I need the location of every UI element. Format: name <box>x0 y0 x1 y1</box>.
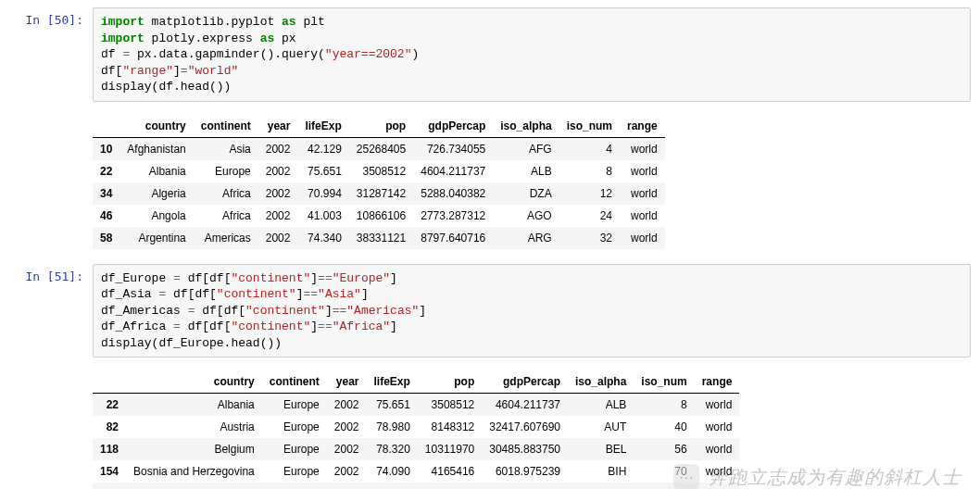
table-row: 46AngolaAfrica200241.003108661062773.287… <box>93 205 665 227</box>
row-index: 154 <box>93 460 126 483</box>
cell: 4604.211737 <box>413 160 493 182</box>
column-header: range <box>695 370 740 394</box>
column-header: iso_num <box>634 370 694 394</box>
code-input[interactable]: import matplotlib.pyplot as plt import p… <box>93 7 971 102</box>
cell: 31287142 <box>349 182 413 205</box>
cell: 2002 <box>258 182 298 205</box>
cell: 8148312 <box>418 416 482 438</box>
cell: 6018.975239 <box>482 460 568 483</box>
cell: 25268405 <box>349 137 413 160</box>
cell: 7696.777725 <box>482 483 568 489</box>
column-header: continent <box>194 115 258 138</box>
cell: 74.340 <box>297 227 348 249</box>
cell: 3508512 <box>349 160 413 182</box>
cell: Albania <box>126 394 262 417</box>
table-row: 118BelgiumEurope200278.3201031197030485.… <box>93 438 739 460</box>
column-header: pop <box>418 370 482 394</box>
column-header: iso_alpha <box>568 370 634 394</box>
column-header <box>93 370 126 394</box>
cell: 2002 <box>258 227 298 249</box>
cell: 2002 <box>327 416 367 438</box>
cell: 72.140 <box>367 483 418 489</box>
cell: world <box>620 227 665 249</box>
cell: 2002 <box>258 160 298 182</box>
cell: 56 <box>634 438 694 460</box>
cell: 2002 <box>327 460 367 483</box>
cell: 42.129 <box>297 137 348 160</box>
row-index: 34 <box>93 182 119 205</box>
row-index: 190 <box>93 483 126 489</box>
cell: Europe <box>262 460 327 483</box>
cell: Europe <box>262 416 327 438</box>
cell: 40 <box>634 416 694 438</box>
column-header: iso_num <box>559 115 620 138</box>
cell: BEL <box>568 438 634 460</box>
column-header: lifeExp <box>367 370 418 394</box>
cell: 4 <box>559 137 620 160</box>
cell: 10866106 <box>349 205 413 227</box>
cell: world <box>620 182 665 205</box>
table-row: 22AlbaniaEurope200275.65135085124604.211… <box>93 160 665 182</box>
cell: Africa <box>194 182 258 205</box>
row-index: 118 <box>93 438 126 460</box>
cell: AGO <box>493 205 559 227</box>
output-body: countrycontinentyearlifeExppopgdpPercapi… <box>93 106 980 260</box>
row-index: 22 <box>93 394 126 417</box>
cell: 24 <box>559 205 620 227</box>
column-header: country <box>119 115 193 138</box>
table-row: 82AustriaEurope200278.980814831232417.60… <box>93 416 739 438</box>
cell: 32417.607690 <box>482 416 568 438</box>
input-prompt: In [50]: <box>0 7 93 102</box>
table-row: 22AlbaniaEurope200275.65135085124604.211… <box>93 394 739 417</box>
cell: 726.734055 <box>413 137 493 160</box>
table-row: 190BulgariaEurope200272.14076617997696.7… <box>93 483 739 489</box>
cell: Asia <box>194 137 258 160</box>
cell: Bosnia and Herzegovina <box>126 460 262 483</box>
cell: ALB <box>568 394 634 417</box>
cell: 30485.883750 <box>482 438 568 460</box>
cell: BIH <box>568 460 634 483</box>
column-header: gdpPercap <box>482 370 568 394</box>
cell: 75.651 <box>367 394 418 417</box>
cell: Afghanistan <box>119 137 193 160</box>
cell: 38331121 <box>349 227 413 249</box>
cell: 2002 <box>258 205 298 227</box>
code-cell: In [51]: df_Europe = df[df["continent"]=… <box>0 264 980 358</box>
cell: Belgium <box>126 438 262 460</box>
cell: world <box>620 160 665 182</box>
cell: 70.994 <box>297 182 348 205</box>
cell: Europe <box>262 483 327 489</box>
cell: Europe <box>194 160 258 182</box>
column-header: iso_alpha <box>493 115 559 138</box>
input-prompt: In [51]: <box>0 264 93 358</box>
cell: BGR <box>568 483 634 489</box>
notebook-container: In [50]: import matplotlib.pyplot as plt… <box>0 7 980 489</box>
column-header: year <box>327 370 367 394</box>
cell: 2002 <box>258 137 298 160</box>
cell: Austria <box>126 416 262 438</box>
cell: DZA <box>493 182 559 205</box>
watermark: ⋯ 奔跑立志成为有趣的斜杠人士 <box>673 464 961 489</box>
cell: 41.003 <box>297 205 348 227</box>
cell: world <box>620 205 665 227</box>
cell: Bulgaria <box>126 483 262 489</box>
code-input[interactable]: df_Europe = df[df["continent"]=="Europe"… <box>93 264 971 358</box>
column-header: range <box>620 115 665 138</box>
cell: Americas <box>194 227 258 249</box>
cell: 74.090 <box>367 460 418 483</box>
cell: Africa <box>194 205 258 227</box>
cell: 78.980 <box>367 416 418 438</box>
watermark-text: 奔跑立志成为有趣的斜杠人士 <box>709 465 961 489</box>
cell: 75.651 <box>297 160 348 182</box>
cell: 7661799 <box>418 483 482 489</box>
cell: 2773.287312 <box>413 205 493 227</box>
column-header: pop <box>349 115 413 138</box>
table-row: 154Bosnia and HerzegovinaEurope200274.09… <box>93 460 739 483</box>
wechat-icon: ⋯ <box>673 464 699 489</box>
cell-body: import matplotlib.pyplot as plt import p… <box>93 7 980 102</box>
column-header: year <box>258 115 298 138</box>
row-index: 82 <box>93 416 126 438</box>
cell: 4604.211737 <box>482 394 568 417</box>
cell: 4165416 <box>418 460 482 483</box>
cell: ARG <box>493 227 559 249</box>
